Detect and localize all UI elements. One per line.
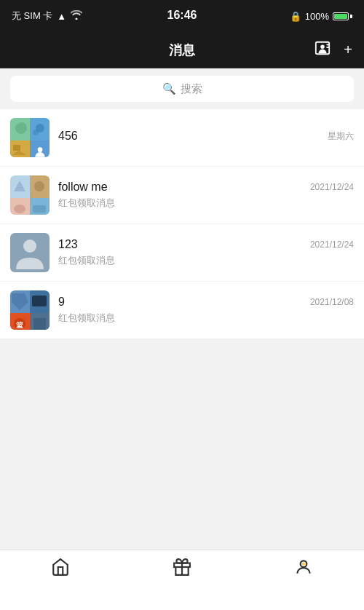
avatar-cell <box>10 198 30 215</box>
avatar-456 <box>10 118 50 157</box>
svg-point-15 <box>14 205 25 213</box>
status-bar: 无 SIM 卡 ▲ 16:46 🔒 100% <box>0 0 364 32</box>
chat-item-follow-me[interactable]: follow me 2021/12/24 红包领取消息 <box>0 167 364 224</box>
chat-preview-follow-me: 红包领取消息 <box>58 197 354 210</box>
avatar-cell <box>30 118 50 140</box>
avatar-cell <box>30 290 50 313</box>
chat-header-123: 123 2021/12/24 <box>58 238 354 251</box>
add-button[interactable]: + <box>344 41 352 58</box>
avatar-cell <box>30 313 50 330</box>
chat-name-follow-me: follow me <box>58 181 108 194</box>
chat-item-123[interactable]: 123 2021/12/24 红包领取消息 <box>0 224 364 282</box>
tab-item-profile[interactable] <box>242 558 364 581</box>
chat-header-456: 456 星期六 <box>58 130 354 143</box>
search-bar[interactable]: 🔍 搜索 <box>10 76 354 102</box>
tab-bar <box>0 550 364 610</box>
status-right: 🔒 100% <box>290 11 352 22</box>
svg-point-20 <box>23 239 36 253</box>
chat-header-9: 9 2021/12/08 <box>58 296 354 309</box>
chat-list: 456 星期六 <box>0 109 364 339</box>
avatar-cell: 篮 <box>10 313 30 330</box>
contacts-button[interactable] <box>314 40 331 60</box>
avatar-follow-me <box>10 175 50 215</box>
avatar-cell <box>10 290 30 313</box>
chat-name-123: 123 <box>58 238 78 251</box>
empty-area <box>0 339 364 485</box>
svg-rect-17 <box>33 205 46 213</box>
avatar-cell <box>10 118 30 140</box>
no-sim-text: 无 SIM 卡 <box>12 9 52 23</box>
nav-title: 消息 <box>169 41 195 59</box>
chat-time-123: 2021/12/24 <box>310 239 354 250</box>
chat-preview-123: 红包领取消息 <box>58 254 354 267</box>
svg-rect-9 <box>13 145 20 151</box>
lock-icon: 🔒 <box>290 11 301 22</box>
home-icon <box>51 558 70 581</box>
tab-item-home[interactable] <box>0 558 122 581</box>
wifi-icon <box>71 10 82 22</box>
chat-time-9: 2021/12/08 <box>310 297 354 307</box>
status-time: 16:46 <box>167 9 197 22</box>
chat-content-456: 456 星期六 <box>58 130 354 146</box>
nav-right-actions: + <box>314 40 352 60</box>
chat-time-follow-me: 2021/12/24 <box>310 182 354 192</box>
avatar-123 <box>10 233 50 272</box>
avatar-cell-badge <box>30 140 50 157</box>
svg-point-13 <box>34 181 44 191</box>
battery-icon <box>333 12 352 20</box>
avatar-9: 篮 <box>10 290 50 330</box>
avatar-cell <box>10 140 30 157</box>
search-placeholder: 搜索 <box>181 82 202 96</box>
chat-item-456[interactable]: 456 星期六 <box>0 109 364 167</box>
avatar-cell <box>30 175 50 198</box>
chat-content-9: 9 2021/12/08 红包领取消息 <box>58 296 354 325</box>
chat-content-follow-me: follow me 2021/12/24 红包领取消息 <box>58 181 354 210</box>
svg-point-7 <box>33 130 39 135</box>
gift-icon <box>173 558 191 581</box>
chat-time-456: 星期六 <box>328 130 354 143</box>
svg-point-10 <box>37 147 42 152</box>
profile-icon <box>294 558 313 581</box>
sim-icon: ▲ <box>57 11 66 22</box>
avatar-123-svg <box>10 233 50 272</box>
avatar-cell <box>30 198 50 215</box>
chat-header-follow-me: follow me 2021/12/24 <box>58 181 354 194</box>
tab-item-gift[interactable] <box>122 558 243 581</box>
chat-content-123: 123 2021/12/24 红包领取消息 <box>58 238 354 267</box>
chat-name-9: 9 <box>58 296 65 309</box>
search-icon: 🔍 <box>162 82 176 95</box>
svg-point-1 <box>321 44 325 48</box>
nav-bar: 消息 + <box>0 32 364 68</box>
battery-percent: 100% <box>305 11 329 22</box>
status-left: 无 SIM 卡 ▲ <box>12 9 82 23</box>
svg-text:篮: 篮 <box>16 321 23 329</box>
chat-item-9[interactable]: 篮 9 2021/12/08 红包领取消息 <box>0 282 364 339</box>
search-container: 🔍 搜索 <box>0 68 364 109</box>
chat-name-456: 456 <box>58 130 78 143</box>
avatar-cell <box>10 175 30 198</box>
svg-rect-23 <box>32 296 47 306</box>
chat-preview-9: 红包领取消息 <box>58 312 354 325</box>
